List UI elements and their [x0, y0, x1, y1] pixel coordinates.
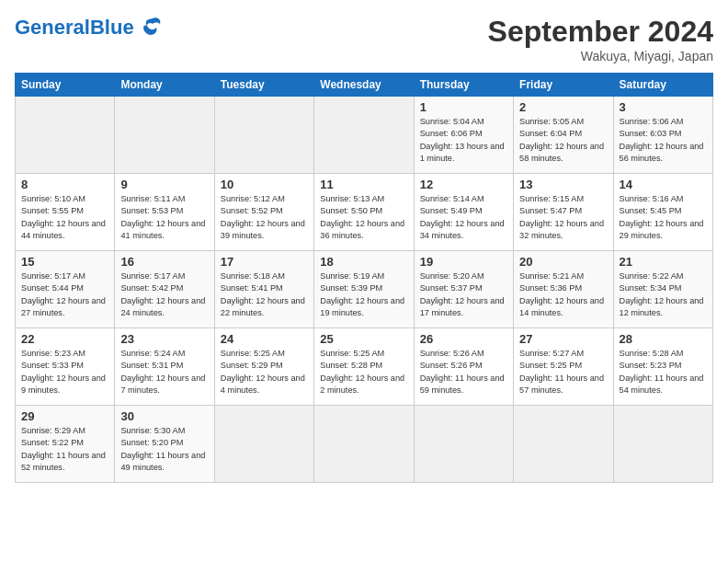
day-info: Sunrise: 5:15 AM Sunset: 5:47 PM Dayligh… — [519, 194, 604, 240]
table-row — [214, 97, 313, 174]
table-row: 30Sunrise: 5:30 AM Sunset: 5:20 PM Dayli… — [115, 406, 214, 483]
day-number: 22 — [21, 332, 108, 346]
table-row: 21Sunrise: 5:22 AM Sunset: 5:34 PM Dayli… — [613, 251, 712, 328]
table-row — [214, 406, 313, 483]
day-info: Sunrise: 5:24 AM Sunset: 5:31 PM Dayligh… — [120, 349, 205, 395]
day-number: 12 — [420, 178, 507, 191]
table-row: 2Sunrise: 5:05 AM Sunset: 6:04 PM Daylig… — [514, 97, 613, 174]
day-number: 16 — [120, 255, 208, 269]
table-row: 25Sunrise: 5:25 AM Sunset: 5:28 PM Dayli… — [314, 328, 414, 406]
table-row — [314, 97, 414, 174]
day-info: Sunrise: 5:25 AM Sunset: 5:28 PM Dayligh… — [320, 349, 404, 395]
day-info: Sunrise: 5:13 AM Sunset: 5:50 PM Dayligh… — [320, 194, 404, 240]
day-info: Sunrise: 5:23 AM Sunset: 5:33 PM Dayligh… — [21, 349, 106, 395]
page-container: GeneralBlue September 2024 Wakuya, Miyag… — [0, 0, 728, 492]
col-wednesday: Wednesday — [314, 74, 414, 97]
table-row: 27Sunrise: 5:27 AM Sunset: 5:25 PM Dayli… — [514, 328, 613, 406]
calendar-week-row: 22Sunrise: 5:23 AM Sunset: 5:33 PM Dayli… — [16, 328, 713, 406]
table-row: 14Sunrise: 5:16 AM Sunset: 5:45 PM Dayli… — [613, 174, 712, 251]
calendar-table: Sunday Monday Tuesday Wednesday Thursday… — [15, 73, 713, 483]
col-friday: Friday — [514, 74, 613, 97]
day-number: 18 — [320, 255, 407, 269]
day-info: Sunrise: 5:22 AM Sunset: 5:34 PM Dayligh… — [620, 271, 704, 317]
day-info: Sunrise: 5:29 AM Sunset: 5:22 PM Dayligh… — [21, 426, 106, 472]
table-row — [115, 97, 214, 174]
day-number: 10 — [221, 178, 308, 191]
col-thursday: Thursday — [414, 74, 513, 97]
col-tuesday: Tuesday — [214, 74, 313, 97]
col-sunday: Sunday — [16, 74, 115, 97]
day-info: Sunrise: 5:20 AM Sunset: 5:37 PM Dayligh… — [420, 271, 505, 317]
day-number: 11 — [320, 178, 407, 191]
table-row: 10Sunrise: 5:12 AM Sunset: 5:52 PM Dayli… — [214, 174, 313, 251]
day-info: Sunrise: 5:14 AM Sunset: 5:49 PM Dayligh… — [420, 194, 505, 240]
table-row — [16, 97, 115, 174]
table-row: 8Sunrise: 5:10 AM Sunset: 5:55 PM Daylig… — [16, 174, 115, 251]
day-number: 15 — [21, 255, 108, 269]
day-number: 17 — [221, 255, 308, 269]
day-info: Sunrise: 5:19 AM Sunset: 5:39 PM Dayligh… — [320, 271, 404, 317]
day-number: 2 — [519, 100, 607, 114]
calendar-week-row: 8Sunrise: 5:10 AM Sunset: 5:55 PM Daylig… — [16, 174, 713, 251]
day-info: Sunrise: 5:17 AM Sunset: 5:44 PM Dayligh… — [21, 271, 106, 317]
table-row: 29Sunrise: 5:29 AM Sunset: 5:22 PM Dayli… — [16, 406, 115, 483]
table-row — [514, 406, 613, 483]
table-row: 20Sunrise: 5:21 AM Sunset: 5:36 PM Dayli… — [514, 251, 613, 328]
day-number: 29 — [21, 409, 108, 423]
logo-blue: Blue — [90, 16, 134, 39]
table-row: 22Sunrise: 5:23 AM Sunset: 5:33 PM Dayli… — [16, 328, 115, 406]
table-row: 19Sunrise: 5:20 AM Sunset: 5:37 PM Dayli… — [414, 251, 513, 328]
day-number: 26 — [420, 332, 507, 346]
logo-general: General — [15, 16, 90, 39]
day-info: Sunrise: 5:18 AM Sunset: 5:41 PM Dayligh… — [221, 271, 305, 317]
table-row: 9Sunrise: 5:11 AM Sunset: 5:53 PM Daylig… — [115, 174, 214, 251]
day-info: Sunrise: 5:06 AM Sunset: 6:03 PM Dayligh… — [620, 117, 704, 163]
page-header: GeneralBlue September 2024 Wakuya, Miyag… — [15, 15, 713, 63]
day-number: 21 — [620, 255, 707, 269]
location: Wakuya, Miyagi, Japan — [488, 49, 713, 63]
day-number: 27 — [519, 332, 607, 346]
month-title: September 2024 — [488, 15, 713, 49]
day-number: 23 — [120, 332, 208, 346]
table-row: 3Sunrise: 5:06 AM Sunset: 6:03 PM Daylig… — [613, 97, 712, 174]
day-info: Sunrise: 5:25 AM Sunset: 5:29 PM Dayligh… — [221, 349, 305, 395]
table-row: 23Sunrise: 5:24 AM Sunset: 5:31 PM Dayli… — [115, 328, 214, 406]
day-number: 30 — [120, 409, 208, 423]
day-info: Sunrise: 5:04 AM Sunset: 6:06 PM Dayligh… — [420, 117, 505, 163]
calendar-week-row: 15Sunrise: 5:17 AM Sunset: 5:44 PM Dayli… — [16, 251, 713, 328]
table-row — [314, 406, 414, 483]
day-number: 20 — [519, 255, 607, 269]
calendar-week-row: 29Sunrise: 5:29 AM Sunset: 5:22 PM Dayli… — [16, 406, 713, 483]
table-row: 17Sunrise: 5:18 AM Sunset: 5:41 PM Dayli… — [214, 251, 313, 328]
calendar-header: Sunday Monday Tuesday Wednesday Thursday… — [16, 74, 713, 97]
day-info: Sunrise: 5:30 AM Sunset: 5:20 PM Dayligh… — [120, 426, 205, 472]
table-row — [613, 406, 712, 483]
day-number: 9 — [120, 178, 208, 191]
day-info: Sunrise: 5:21 AM Sunset: 5:36 PM Dayligh… — [519, 271, 604, 317]
day-number: 25 — [320, 332, 407, 346]
col-saturday: Saturday — [613, 74, 712, 97]
table-row: 16Sunrise: 5:17 AM Sunset: 5:42 PM Dayli… — [115, 251, 214, 328]
table-row — [414, 406, 513, 483]
header-row: Sunday Monday Tuesday Wednesday Thursday… — [16, 74, 713, 97]
table-row: 13Sunrise: 5:15 AM Sunset: 5:47 PM Dayli… — [514, 174, 613, 251]
day-number: 28 — [620, 332, 707, 346]
logo-bird-icon — [136, 15, 164, 40]
day-number: 19 — [420, 255, 507, 269]
col-monday: Monday — [115, 74, 214, 97]
day-info: Sunrise: 5:10 AM Sunset: 5:55 PM Dayligh… — [21, 194, 106, 240]
logo-text: GeneralBlue — [15, 17, 134, 39]
table-row: 18Sunrise: 5:19 AM Sunset: 5:39 PM Dayli… — [314, 251, 414, 328]
day-number: 1 — [420, 100, 507, 114]
table-row: 24Sunrise: 5:25 AM Sunset: 5:29 PM Dayli… — [214, 328, 313, 406]
logo: GeneralBlue — [15, 15, 164, 40]
day-info: Sunrise: 5:11 AM Sunset: 5:53 PM Dayligh… — [120, 194, 205, 240]
table-row: 26Sunrise: 5:26 AM Sunset: 5:26 PM Dayli… — [414, 328, 513, 406]
calendar-body: 1Sunrise: 5:04 AM Sunset: 6:06 PM Daylig… — [16, 97, 713, 483]
day-number: 13 — [519, 178, 607, 191]
day-number: 3 — [620, 100, 707, 114]
table-row: 12Sunrise: 5:14 AM Sunset: 5:49 PM Dayli… — [414, 174, 513, 251]
calendar-week-row: 1Sunrise: 5:04 AM Sunset: 6:06 PM Daylig… — [16, 97, 713, 174]
day-info: Sunrise: 5:27 AM Sunset: 5:25 PM Dayligh… — [519, 349, 604, 395]
day-info: Sunrise: 5:05 AM Sunset: 6:04 PM Dayligh… — [519, 117, 604, 163]
